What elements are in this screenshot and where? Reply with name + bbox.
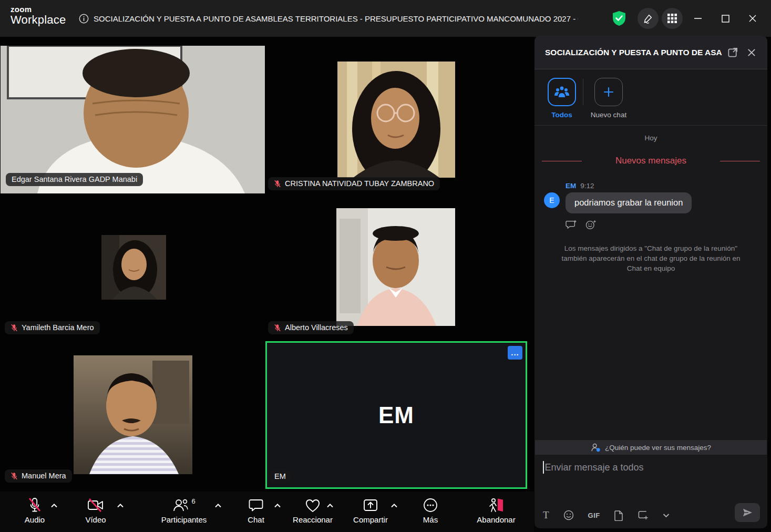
participant-name: EM — [274, 472, 286, 480]
chat-disclaimer: Los mensajes dirigidos a "Chat de grupo … — [559, 243, 743, 273]
video-tile-alberto[interactable]: Alberto Villacreses — [265, 194, 528, 341]
share-button[interactable]: Compartir — [346, 496, 395, 524]
chat-messages: Hoy Nuevos mensajes EM9:12 E podriamos g… — [534, 126, 767, 440]
more-button[interactable]: Más — [412, 496, 449, 524]
participant-name: Edgar Santana Rivera GADP Manabi — [12, 175, 137, 183]
close-window-button[interactable] — [741, 8, 765, 29]
send-button[interactable] — [735, 503, 760, 522]
avatar[interactable]: E — [544, 192, 560, 208]
chat-panel-header: SOCIALIZACIÓN Y PUESTA A PUNTO DE ASA... — [534, 36, 767, 69]
participant-name-label: Manuel Mera — [5, 469, 72, 483]
video-tile-manuel[interactable]: Manuel Mera — [1, 341, 265, 489]
video-label: Vídeo — [85, 515, 106, 524]
visibility-icon — [591, 443, 601, 452]
message-time: 9:12 — [580, 182, 594, 190]
format-text-icon[interactable]: T — [543, 509, 549, 521]
apps-button[interactable] — [662, 8, 683, 29]
video-feed — [337, 62, 455, 178]
mic-muted-icon — [28, 496, 42, 514]
audio-options-chevron[interactable] — [50, 503, 58, 508]
minimize-button[interactable] — [686, 8, 710, 29]
message-bubble[interactable]: podriamos grabar la reunion — [566, 192, 692, 213]
participants-options-chevron[interactable] — [214, 503, 222, 508]
participant-name-label: EM — [270, 470, 291, 483]
window-controls — [611, 0, 771, 37]
window-titlebar: zoom Workplace SOCIALIZACIÓN Y PUESTA A … — [0, 0, 771, 37]
reply-icon[interactable] — [566, 220, 577, 230]
camera-muted-icon — [87, 496, 104, 514]
tab-nuevo-chat-label: Nuevo chat — [591, 111, 626, 119]
chat-composer[interactable]: Enviar mensaje a todos T GIF — [534, 455, 767, 528]
new-messages-label: Nuevos mensajes — [589, 156, 713, 166]
close-icon — [748, 14, 757, 23]
participant-name: CRISTINA NATIVIDAD TUBAY ZAMBRANO — [285, 179, 434, 188]
more-label: Más — [423, 515, 438, 524]
screenshot-icon[interactable] — [638, 510, 649, 520]
zoom-meeting-window: zoom Workplace SOCIALIZACIÓN Y PUESTA A … — [0, 0, 771, 532]
text-cursor — [543, 461, 544, 474]
apps-grid-icon — [667, 14, 677, 23]
video-options-chevron[interactable] — [117, 503, 124, 508]
participant-name-label: Alberto Villacreses — [268, 321, 354, 334]
divider-line — [720, 161, 760, 161]
divider-line — [542, 161, 582, 161]
react-button[interactable]: Reaccionar — [289, 496, 336, 524]
chevron-down-icon[interactable] — [663, 513, 670, 518]
video-tile-cristina[interactable]: CRISTINA NATIVIDAD TUBAY ZAMBRANO — [265, 46, 528, 193]
chat-button[interactable]: Chat — [237, 496, 275, 524]
mic-muted-icon — [11, 472, 18, 480]
audio-button[interactable]: Audio — [16, 496, 54, 524]
participants-count: 6 — [191, 497, 195, 505]
tab-todos[interactable]: Todos — [543, 78, 581, 119]
mic-muted-icon — [11, 324, 18, 332]
chat-panel-title: SOCIALIZACIÓN Y PUESTA A PUNTO DE ASA... — [545, 48, 722, 57]
leave-label: Abandonar — [477, 515, 515, 524]
emoji-icon[interactable] — [563, 510, 574, 520]
participant-name: Alberto Villacreses — [285, 323, 348, 332]
logo-workplace: Workplace — [11, 14, 66, 26]
maximize-icon — [722, 15, 729, 23]
video-button[interactable]: Vídeo — [77, 496, 115, 524]
tab-nuevo-chat[interactable]: Nuevo chat — [590, 78, 628, 119]
react-options-chevron[interactable] — [326, 503, 334, 508]
tile-more-button[interactable]: ... — [508, 346, 522, 360]
group-chat-icon — [554, 86, 570, 98]
leave-meeting-icon — [488, 496, 505, 514]
participant-name-label: CRISTINA NATIVIDAD TUBAY ZAMBRANO — [268, 177, 440, 190]
security-shield-icon[interactable] — [611, 9, 627, 27]
zoom-workplace-logo: zoom Workplace — [11, 5, 66, 26]
add-reaction-icon[interactable] — [585, 220, 597, 230]
chat-icon — [249, 496, 263, 514]
gif-icon[interactable]: GIF — [588, 511, 600, 519]
tab-todos-label: Todos — [551, 111, 572, 119]
participants-label: Participantes — [161, 515, 207, 524]
close-chat-button[interactable] — [743, 44, 760, 61]
new-messages-divider: Nuevos mensajes — [542, 156, 760, 166]
video-tile-edgar[interactable]: Edgar Santana Rivera GADP Manabi — [1, 46, 265, 193]
video-tile-yamileth[interactable]: Yamileth Barcia Mero — [1, 194, 265, 341]
chat-options-chevron[interactable] — [274, 503, 281, 508]
video-feed — [101, 235, 166, 300]
info-icon[interactable] — [79, 14, 89, 24]
leave-button[interactable]: Abandonar — [472, 496, 520, 524]
message-input[interactable]: Enviar mensaje a todos — [545, 462, 644, 473]
file-icon[interactable] — [614, 510, 623, 521]
chat-tabs: Todos Nuevo chat — [534, 69, 767, 126]
send-icon — [742, 508, 753, 517]
video-feed — [336, 208, 455, 326]
audio-label: Audio — [25, 515, 45, 524]
plus-icon — [603, 86, 614, 98]
share-options-chevron[interactable] — [390, 503, 398, 508]
annotate-button[interactable] — [638, 8, 659, 29]
participants-button[interactable]: 6 Participantes — [155, 496, 213, 524]
day-divider: Hoy — [534, 134, 767, 142]
message-sender[interactable]: EM — [566, 182, 576, 190]
meeting-title-bar: SOCIALIZACIÓN Y PUESTA A PUNTO DE ASAMBL… — [79, 0, 578, 37]
participants-icon — [172, 498, 189, 512]
popout-button[interactable] — [724, 44, 741, 61]
video-feed — [1, 46, 265, 193]
privacy-bar[interactable]: ¿Quién puede ver sus mensajes? — [535, 440, 767, 455]
maximize-button[interactable] — [713, 8, 737, 29]
video-tile-em[interactable]: EM ... EM — [265, 341, 527, 489]
participant-initials: EM — [267, 343, 526, 487]
